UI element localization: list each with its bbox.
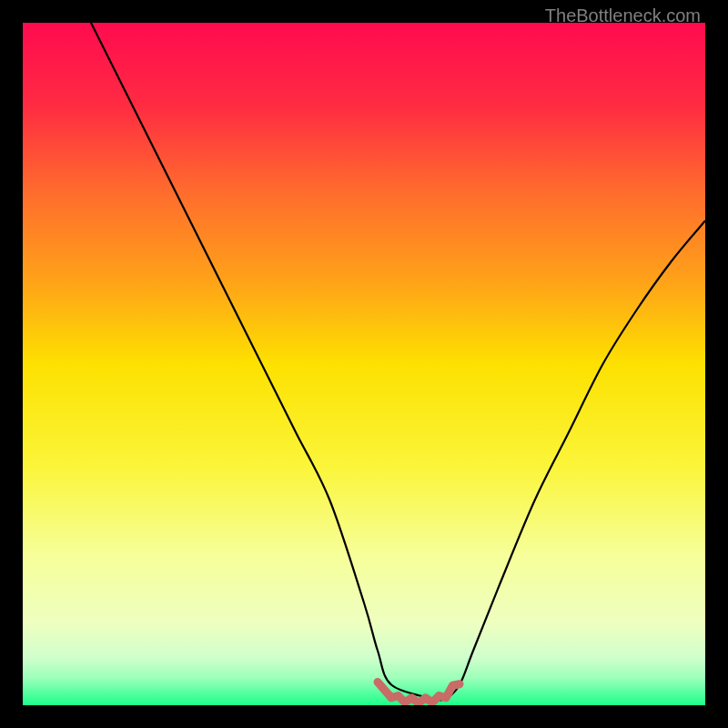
bottleneck-curve [23, 23, 705, 705]
attribution-label: TheBottleneck.com [545, 5, 701, 26]
plot-area [23, 23, 705, 705]
optimal-zone-path [378, 682, 460, 703]
chart-container: TheBottleneck.com [0, 0, 728, 728]
curve-path-black [91, 23, 705, 700]
